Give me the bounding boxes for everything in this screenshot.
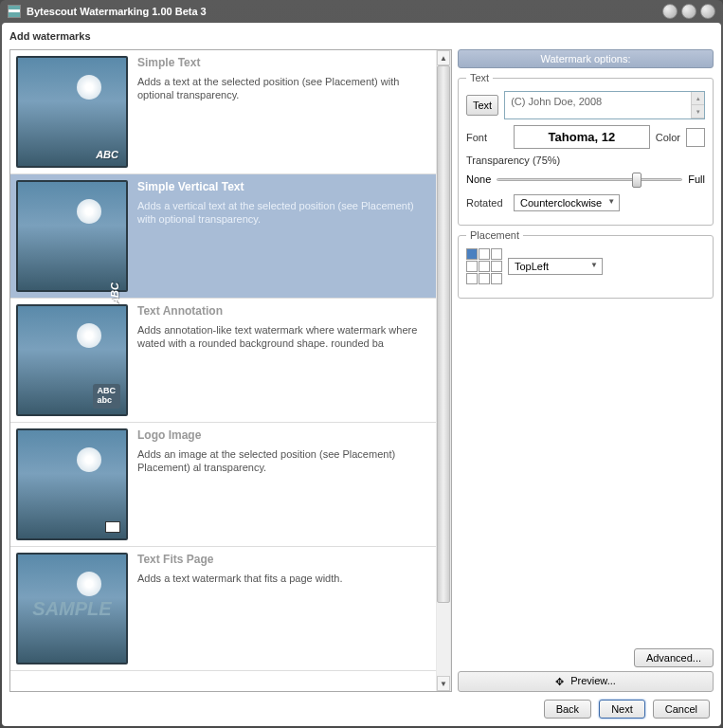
item-desc: Adds a text watermark that fits a page w… [137, 572, 430, 585]
placement-cell-topleft[interactable] [466, 248, 478, 260]
titlebar: Bytescout Watermarking 1.00 Beta 3 [0, 0, 723, 23]
item-desc: Adds annotation-like text watermark wher… [137, 323, 430, 351]
placement-dropdown[interactable]: TopLeft [508, 258, 603, 275]
thumb-sample: SAMPLE [32, 598, 111, 620]
scroll-up-icon[interactable]: ▲ [437, 50, 450, 65]
cancel-button[interactable]: Cancel [653, 700, 710, 719]
rotated-label: Rotated [466, 197, 508, 209]
advanced-button[interactable]: Advanced... [634, 648, 714, 667]
thumb-badge: ABCabc [93, 384, 121, 409]
slider-max-label: Full [688, 173, 705, 185]
thumbnail: ABC [16, 180, 128, 292]
placement-cell-botleft[interactable] [466, 273, 478, 284]
spin-down-icon[interactable]: ▾ [691, 105, 704, 118]
item-desc: Adds a vertical text at the selected pos… [137, 199, 430, 227]
font-label: Font [466, 132, 508, 143]
spin-up-icon[interactable]: ▴ [691, 92, 704, 105]
item-desc: Adds an image at the selected position (… [137, 447, 430, 475]
thumb-text: ABC [109, 282, 120, 305]
item-title: Text Fits Page [137, 553, 430, 566]
placement-group-label: Placement [466, 229, 523, 241]
content-area: Add watermarks ABC Simple Text Adds a te… [2, 23, 721, 726]
item-title: Simple Vertical Text [137, 180, 430, 193]
scroll-thumb[interactable] [437, 65, 450, 603]
page-title: Add watermarks [9, 30, 714, 42]
scroll-track[interactable] [437, 65, 450, 676]
window-title: Bytescout Watermarking 1.00 Beta 3 [27, 6, 662, 17]
list-item-logo-image[interactable]: Logo Image Adds an image at the selected… [10, 423, 436, 547]
preview-button[interactable]: ✥ Preview... [458, 671, 714, 692]
placement-cell-topright[interactable] [491, 248, 502, 260]
list-item-text-annotation[interactable]: ABCabc Text Annotation Adds annotation-l… [10, 299, 436, 423]
app-icon [8, 5, 21, 18]
font-picker[interactable]: Tahoma, 12 [514, 125, 650, 149]
placement-cell-botright[interactable] [491, 273, 502, 284]
list-item-simple-vertical-text[interactable]: ABC Simple Vertical Text Adds a vertical… [10, 174, 436, 299]
transparency-slider[interactable] [497, 170, 682, 189]
maximize-button[interactable] [681, 4, 696, 19]
item-title: Simple Text [137, 56, 430, 69]
options-panel: Watermark options: Text Text (C) John Do… [458, 49, 714, 692]
thumbnail [16, 428, 128, 540]
app-window: Bytescout Watermarking 1.00 Beta 3 Add w… [0, 0, 723, 728]
wizard-buttons: Back Next Cancel [9, 692, 714, 719]
thumb-text: ABC [96, 149, 118, 160]
item-title: Text Annotation [137, 304, 430, 318]
scroll-down-icon[interactable]: ▼ [437, 676, 450, 691]
scrollbar[interactable]: ▲ ▼ [436, 50, 451, 691]
back-button[interactable]: Back [544, 700, 591, 719]
placement-cell-midright[interactable] [491, 261, 502, 272]
thumbnail: SAMPLE [16, 553, 128, 664]
color-label: Color [656, 132, 680, 143]
watermark-list: ABC Simple Text Adds a text at the selec… [10, 50, 436, 691]
placement-grid[interactable] [466, 248, 502, 284]
text-group-label: Text [466, 72, 493, 83]
close-button[interactable] [700, 4, 715, 19]
minimize-button[interactable] [662, 4, 678, 19]
list-item-text-fits-page[interactable]: SAMPLE Text Fits Page Adds a text waterm… [10, 547, 436, 671]
slider-thumb[interactable] [632, 173, 642, 188]
placement-cell-midleft[interactable] [466, 261, 478, 272]
slider-min-label: None [466, 173, 491, 185]
placement-cell-center[interactable] [479, 261, 490, 272]
color-picker[interactable] [686, 128, 705, 147]
placement-group: Placement [458, 229, 714, 299]
placement-cell-topcenter[interactable] [479, 248, 490, 260]
next-button[interactable]: Next [599, 700, 645, 719]
rotated-dropdown[interactable]: Counterclockwise [514, 194, 620, 211]
move-icon: ✥ [555, 676, 564, 688]
thumbnail: ABCabc [16, 304, 128, 416]
placement-cell-botcenter[interactable] [479, 273, 490, 284]
logo-icon [105, 521, 120, 533]
transparency-label: Transparency (75%) [466, 155, 705, 166]
watermark-list-panel: ABC Simple Text Adds a text at the selec… [9, 49, 452, 692]
list-item-simple-text[interactable]: ABC Simple Text Adds a text at the selec… [10, 50, 436, 174]
text-group: Text Text (C) John Doe, 2008 ▴ ▾ Font [458, 72, 714, 226]
watermark-text-value: (C) John Doe, 2008 [511, 96, 602, 107]
thumbnail: ABC [16, 56, 128, 168]
options-header: Watermark options: [458, 49, 714, 68]
watermark-text-input[interactable]: (C) John Doe, 2008 ▴ ▾ [504, 91, 705, 119]
text-button[interactable]: Text [466, 95, 498, 116]
item-title: Logo Image [137, 428, 430, 442]
item-desc: Adds a text at the selected position (se… [137, 75, 430, 102]
